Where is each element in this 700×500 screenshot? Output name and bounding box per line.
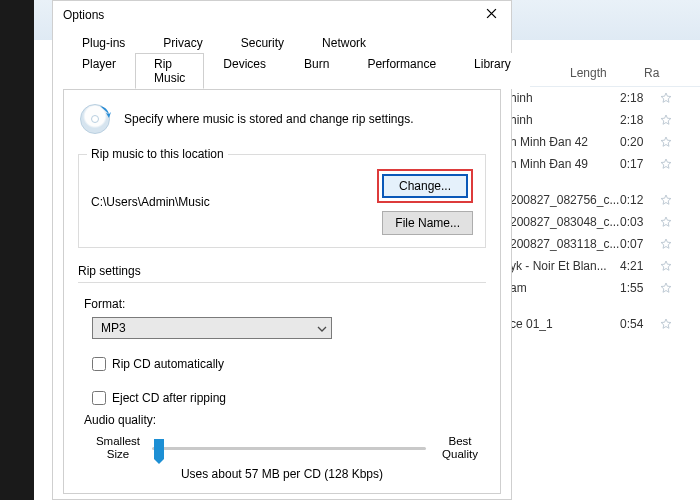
tab-devices[interactable]: Devices <box>204 53 285 89</box>
track-title: am <box>510 281 620 295</box>
track-row[interactable]: n Minh Đan 490:17 <box>510 153 700 175</box>
audio-quality-slider[interactable] <box>152 437 426 459</box>
star-icon <box>660 92 672 104</box>
track-title: n Minh Đan 49 <box>510 157 620 171</box>
track-length: 2:18 <box>620 113 660 127</box>
tab-burn[interactable]: Burn <box>285 53 348 89</box>
intro-row: Specify where music is stored and change… <box>78 102 486 136</box>
track-row[interactable]: am1:55 <box>510 277 700 299</box>
change-button[interactable]: Change... <box>382 174 468 198</box>
track-title: ce 01_1 <box>510 317 620 331</box>
track-length: 0:03 <box>620 215 660 229</box>
track-row[interactable]: ce 01_10:54 <box>510 313 700 335</box>
star-icon <box>660 158 672 170</box>
format-label: Format: <box>84 297 486 311</box>
group-rip-settings: Rip settings Format: MP3 Rip CD automati… <box>78 264 486 481</box>
track-title: hinh <box>510 91 620 105</box>
change-button-highlight: Change... <box>377 169 473 203</box>
file-name-button[interactable]: File Name... <box>382 211 473 235</box>
track-row[interactable]: 200827_082756_c...0:12 <box>510 189 700 211</box>
tab-player[interactable]: Player <box>63 53 135 89</box>
checkbox-rip-auto-input[interactable] <box>92 357 106 371</box>
rip-location-path: C:\Users\Admin\Music <box>91 195 210 209</box>
track-title: 200827_083048_c... <box>510 215 620 229</box>
tab-rip-music[interactable]: Rip Music <box>135 53 204 89</box>
tab-privacy[interactable]: Privacy <box>144 32 221 54</box>
track-length: 0:17 <box>620 157 660 171</box>
chevron-down-icon <box>317 323 327 333</box>
checkbox-rip-auto-label: Rip CD automatically <box>112 357 224 371</box>
checkbox-eject[interactable]: Eject CD after ripping <box>92 391 486 405</box>
checkbox-rip-auto[interactable]: Rip CD automatically <box>92 357 486 371</box>
star-icon <box>660 318 672 330</box>
track-title: 200827_082756_c... <box>510 193 620 207</box>
track-length: 2:18 <box>620 91 660 105</box>
track-length: 0:12 <box>620 193 660 207</box>
track-row[interactable]: n Minh Đan 420:20 <box>510 131 700 153</box>
intro-text: Specify where music is stored and change… <box>124 112 413 126</box>
track-row[interactable]: hinh2:18 <box>510 109 700 131</box>
track-list-header: Length Ra <box>510 60 700 87</box>
track-row[interactable]: hinh2:18 <box>510 87 700 109</box>
background-track-list: Length Ra hinh2:18hinh2:18n Minh Đan 420… <box>510 60 700 335</box>
checkbox-eject-label: Eject CD after ripping <box>112 391 226 405</box>
track-title: 200827_083118_c... <box>510 237 620 251</box>
star-icon <box>660 114 672 126</box>
slider-min-label: Smallest Size <box>92 435 144 461</box>
group-divider <box>78 282 486 283</box>
tab-security[interactable]: Security <box>222 32 303 54</box>
star-icon <box>660 194 672 206</box>
track-title: n Minh Đan 42 <box>510 135 620 149</box>
track-title: yk - Noir Et Blan... <box>510 259 620 273</box>
tab-plug-ins[interactable]: Plug-ins <box>63 32 144 54</box>
format-value: MP3 <box>101 321 126 335</box>
star-icon <box>660 260 672 272</box>
tab-network[interactable]: Network <box>303 32 385 54</box>
dialog-titlebar: Options <box>53 1 511 31</box>
col-length[interactable]: Length <box>560 66 638 80</box>
options-dialog: Options Plug-insPrivacySecurityNetwork P… <box>52 0 512 500</box>
track-row[interactable]: yk - Noir Et Blan...4:21 <box>510 255 700 277</box>
track-length: 4:21 <box>620 259 660 273</box>
star-icon <box>660 216 672 228</box>
star-icon <box>660 282 672 294</box>
track-length: 0:54 <box>620 317 660 331</box>
group-rip-location-title: Rip music to this location <box>87 147 228 161</box>
star-icon <box>660 238 672 250</box>
format-select[interactable]: MP3 <box>92 317 332 339</box>
track-length: 1:55 <box>620 281 660 295</box>
audio-quality-slider-row: Smallest Size Best Quality <box>92 435 486 461</box>
tab-performance[interactable]: Performance <box>348 53 455 89</box>
audio-quality-info: Uses about 57 MB per CD (128 Kbps) <box>78 467 486 481</box>
group-rip-location: Rip music to this location C:\Users\Admi… <box>78 154 486 248</box>
tab-library[interactable]: Library <box>455 53 530 89</box>
track-row[interactable]: 200827_083118_c...0:07 <box>510 233 700 255</box>
track-title: hinh <box>510 113 620 127</box>
star-icon <box>660 136 672 148</box>
tab-page-rip-music: Specify where music is stored and change… <box>63 89 501 494</box>
audio-quality-label: Audio quality: <box>84 413 486 427</box>
close-icon <box>486 8 497 22</box>
track-length: 0:20 <box>620 135 660 149</box>
group-rip-settings-title: Rip settings <box>78 264 486 278</box>
track-row[interactable] <box>510 299 700 313</box>
cd-rip-icon <box>78 102 112 136</box>
close-button[interactable] <box>479 5 503 25</box>
slider-max-label: Best Quality <box>434 435 486 461</box>
col-rating[interactable]: Ra <box>638 66 678 80</box>
track-row[interactable]: 200827_083048_c...0:03 <box>510 211 700 233</box>
track-length: 0:07 <box>620 237 660 251</box>
dialog-title: Options <box>63 8 104 22</box>
slider-thumb[interactable] <box>154 439 164 459</box>
background-left-panel <box>0 0 34 500</box>
track-row[interactable] <box>510 175 700 189</box>
checkbox-eject-input[interactable] <box>92 391 106 405</box>
tabstrip: Plug-insPrivacySecurityNetwork PlayerRip… <box>53 31 511 90</box>
